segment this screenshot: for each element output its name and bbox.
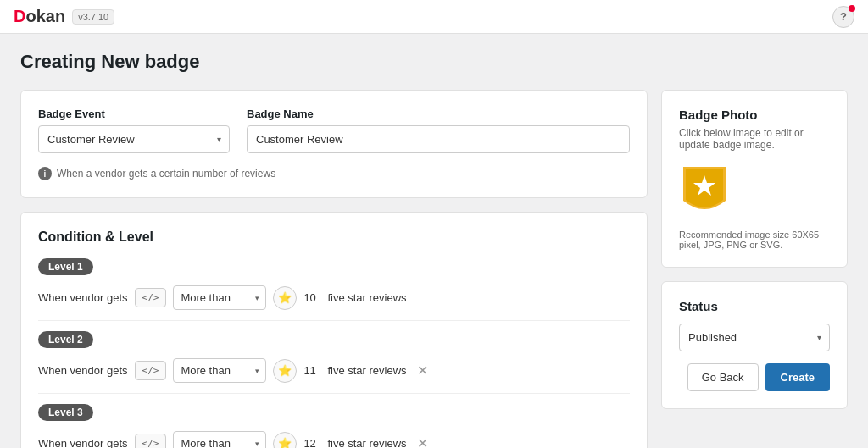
status-select-wrapper: Published Draft ▾ bbox=[679, 324, 830, 351]
code-icon-2[interactable]: </> bbox=[135, 361, 167, 380]
logo-d: D bbox=[14, 7, 25, 25]
star-icon-btn-1[interactable]: ⭐ bbox=[273, 286, 297, 310]
badge-photo-desc: Click below image to edit or update badg… bbox=[679, 127, 830, 151]
badge-event-select[interactable]: Customer Review Order Count Sales Amount bbox=[38, 125, 230, 153]
badge-svg-icon bbox=[679, 163, 730, 218]
status-select[interactable]: Published Draft bbox=[679, 324, 830, 351]
help-button[interactable]: ? bbox=[832, 6, 854, 28]
level-3-badge: Level 3 bbox=[38, 404, 93, 421]
condition-select-1[interactable]: More than Less than Equal to bbox=[173, 285, 266, 310]
number-value-3: 12 bbox=[303, 437, 320, 448]
condition-select-wrapper-3: More than Less than Equal to ▾ bbox=[173, 431, 266, 448]
review-label-2: five star reviews bbox=[327, 364, 406, 377]
logo-area: Dokan v3.7.10 bbox=[14, 7, 114, 26]
left-panel: Badge Event Customer Review Order Count … bbox=[20, 90, 648, 448]
badge-form-row: Badge Event Customer Review Order Count … bbox=[38, 108, 630, 153]
badge-event-group: Badge Event Customer Review Order Count … bbox=[38, 108, 230, 153]
help-label: ? bbox=[840, 10, 847, 23]
condition-select-wrapper-2: More than Less than Equal to ▾ bbox=[173, 358, 266, 383]
condition-select-2[interactable]: More than Less than Equal to bbox=[173, 358, 266, 383]
condition-card: Condition & Level Level 1 When vendor ge… bbox=[20, 212, 648, 448]
status-card: Status Published Draft ▾ Go Back Create bbox=[661, 281, 848, 409]
page-title: Creating New badge bbox=[20, 51, 848, 73]
badge-name-input[interactable] bbox=[247, 125, 630, 153]
condition-select-wrapper-1: More than Less than Equal to ▾ bbox=[173, 285, 266, 310]
star-icon-btn-2[interactable]: ⭐ bbox=[273, 359, 297, 383]
badge-info-text: When a vendor gets a certain number of r… bbox=[57, 168, 275, 180]
badge-icon-button[interactable] bbox=[679, 163, 730, 218]
go-back-button[interactable]: Go Back bbox=[687, 363, 759, 391]
main-layout: Badge Event Customer Review Order Count … bbox=[20, 90, 848, 448]
logo-okan: okan bbox=[25, 7, 65, 25]
remove-level-3-button[interactable]: ✕ bbox=[414, 437, 431, 449]
info-icon: i bbox=[38, 167, 52, 180]
code-icon-1[interactable]: </> bbox=[135, 288, 167, 307]
separator-2 bbox=[38, 393, 630, 394]
condition-title: Condition & Level bbox=[38, 230, 630, 245]
page-content: Creating New badge Badge Event Customer … bbox=[0, 34, 868, 448]
notification-dot bbox=[849, 5, 855, 12]
separator-1 bbox=[38, 320, 630, 321]
logo: Dokan bbox=[14, 7, 65, 26]
badge-event-select-wrapper: Customer Review Order Count Sales Amount… bbox=[38, 125, 230, 153]
status-title: Status bbox=[679, 299, 830, 313]
create-button[interactable]: Create bbox=[765, 363, 830, 391]
code-icon-3[interactable]: </> bbox=[135, 434, 167, 448]
badge-photo-title: Badge Photo bbox=[679, 108, 830, 122]
level-2-badge: Level 2 bbox=[38, 331, 93, 348]
right-panel: Badge Photo Click below image to edit or… bbox=[661, 90, 848, 409]
number-value-2: 11 bbox=[303, 364, 320, 377]
star-icon-btn-3[interactable]: ⭐ bbox=[273, 432, 297, 449]
condition-row-3: When vendor gets </> More than Less than… bbox=[38, 431, 630, 448]
badge-photo-hint: Recommended image size 60X65 pixel, JPG,… bbox=[679, 230, 830, 250]
badge-info-card: Badge Event Customer Review Order Count … bbox=[20, 90, 648, 198]
when-label-3: When vendor gets bbox=[38, 437, 128, 448]
badge-name-label: Badge Name bbox=[247, 108, 630, 120]
level-1-badge: Level 1 bbox=[38, 258, 93, 275]
when-label-1: When vendor gets bbox=[38, 291, 128, 304]
top-bar: Dokan v3.7.10 ? bbox=[0, 0, 868, 34]
action-buttons: Go Back Create bbox=[679, 363, 830, 391]
condition-row-1: When vendor gets </> More than Less than… bbox=[38, 285, 630, 310]
badge-name-group: Badge Name bbox=[247, 108, 630, 153]
badge-event-label: Badge Event bbox=[38, 108, 230, 120]
review-label-1: five star reviews bbox=[327, 291, 406, 304]
condition-row-2: When vendor gets </> More than Less than… bbox=[38, 358, 630, 383]
version-badge: v3.7.10 bbox=[72, 9, 114, 25]
condition-select-3[interactable]: More than Less than Equal to bbox=[173, 431, 266, 448]
badge-info-row: i When a vendor gets a certain number of… bbox=[38, 167, 630, 180]
number-value-1: 10 bbox=[303, 291, 320, 304]
when-label-2: When vendor gets bbox=[38, 364, 128, 377]
review-label-3: five star reviews bbox=[327, 437, 406, 448]
badge-photo-card: Badge Photo Click below image to edit or… bbox=[661, 90, 848, 268]
remove-level-2-button[interactable]: ✕ bbox=[414, 364, 431, 378]
